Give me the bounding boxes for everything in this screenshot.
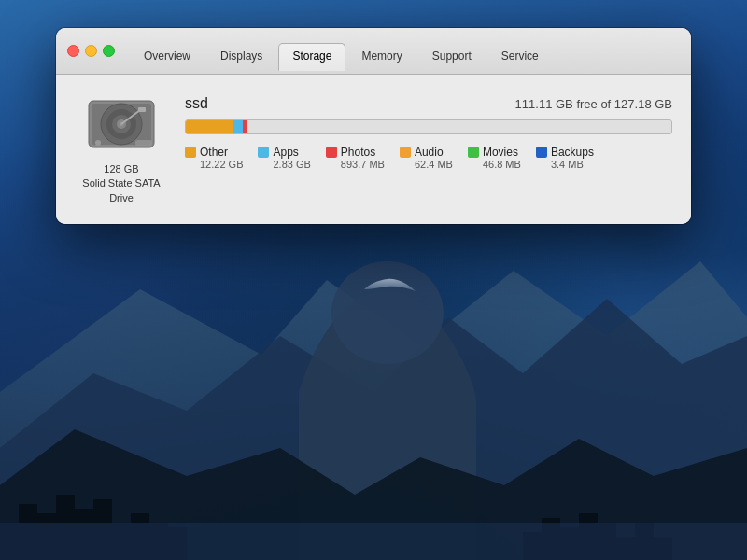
storage-content: 128 GB Solid State SATA Drive ssd 111.11… [56, 75, 691, 224]
tab-bar: Overview Displays Storage Memory Support… [130, 42, 553, 70]
legend-item-movies: Movies46.8 MB [468, 146, 521, 170]
drive-icon-area: 128 GB Solid State SATA Drive [75, 91, 168, 205]
tab-support[interactable]: Support [418, 43, 486, 71]
bar-segment-apps [233, 120, 243, 133]
svg-rect-17 [135, 140, 152, 146]
svg-rect-6 [0, 523, 747, 560]
tab-storage[interactable]: Storage [278, 43, 345, 71]
legend-size-audio: 62.4 MB [415, 159, 453, 170]
tab-service[interactable]: Service [487, 43, 553, 71]
storage-legend: Other12.22 GBApps2.83 GBPhotos893.7 MBAu… [185, 146, 672, 170]
storage-name-row: ssd 111.11 GB free of 127.18 GB [185, 95, 672, 112]
storage-free-text: 111.11 GB free of 127.18 GB [515, 97, 672, 111]
legend-size-apps: 2.83 GB [273, 159, 310, 170]
legend-name-apps: Apps [273, 146, 298, 159]
svg-point-2 [331, 261, 444, 364]
legend-item-photos: Photos893.7 MB [326, 146, 385, 170]
close-button[interactable] [67, 45, 79, 57]
legend-color-other [185, 147, 196, 158]
hard-drive-icon [84, 91, 159, 157]
about-this-mac-dialog: Overview Displays Storage Memory Support… [56, 28, 691, 224]
legend-item-audio: Audio62.4 MB [400, 146, 453, 170]
legend-size-movies: 46.8 MB [483, 159, 521, 170]
legend-item-backups: Backups3.4 MB [536, 146, 594, 170]
bar-segment-other [186, 120, 233, 133]
drive-label: 128 GB Solid State SATA Drive [82, 162, 160, 205]
storage-panel: 128 GB Solid State SATA Drive ssd 111.11… [75, 91, 672, 205]
legend-color-backups [536, 147, 547, 158]
mountain-silhouette [0, 205, 747, 560]
legend-name-audio: Audio [415, 146, 444, 159]
legend-name-backups: Backups [551, 146, 594, 159]
maximize-button[interactable] [103, 45, 115, 57]
tab-displays[interactable]: Displays [206, 43, 276, 71]
legend-size-backups: 3.4 MB [551, 159, 584, 170]
traffic-lights [67, 45, 115, 66]
storage-info: ssd 111.11 GB free of 127.18 GB Other12.… [185, 91, 672, 170]
legend-color-movies [468, 147, 479, 158]
legend-name-movies: Movies [483, 146, 518, 159]
minimize-button[interactable] [85, 45, 97, 57]
legend-item-apps: Apps2.83 GB [258, 146, 310, 170]
tab-overview[interactable]: Overview [130, 43, 204, 71]
title-bar: Overview Displays Storage Memory Support… [56, 28, 691, 75]
legend-color-apps [258, 147, 269, 158]
tab-memory[interactable]: Memory [347, 43, 416, 71]
legend-size-photos: 893.7 MB [341, 159, 385, 170]
legend-color-photos [326, 147, 337, 158]
legend-name-other: Other [200, 146, 228, 159]
legend-name-photos: Photos [341, 146, 375, 159]
svg-rect-15 [138, 107, 146, 112]
legend-size-other: 12.22 GB [200, 159, 243, 170]
legend-item-other: Other12.22 GB [185, 146, 243, 170]
bar-segment-free [247, 120, 670, 133]
storage-drive-name: ssd [185, 95, 208, 112]
storage-bar [185, 119, 672, 134]
legend-color-audio [400, 147, 411, 158]
svg-point-16 [95, 140, 101, 146]
